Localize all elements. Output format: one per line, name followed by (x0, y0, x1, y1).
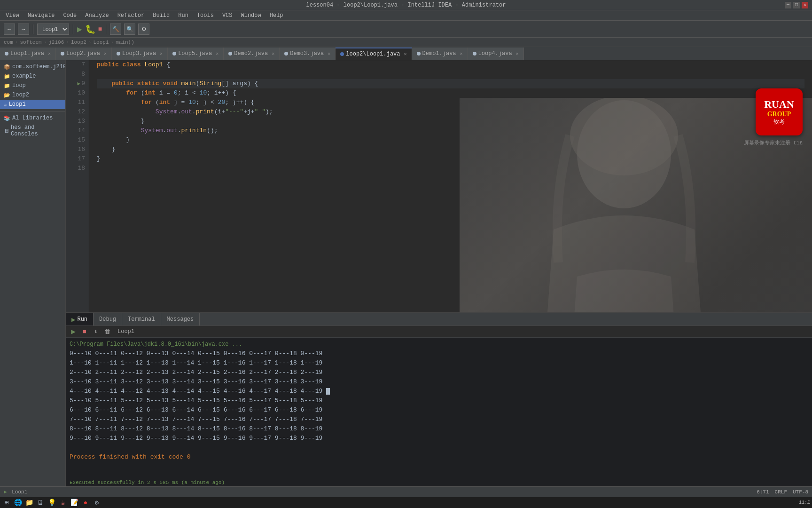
menu-item-run[interactable]: Run (174, 11, 192, 20)
run-output-line-7: 7---10 7---11 7---12 7---13 7---14 7---1… (70, 415, 808, 424)
editor-tabs: Loop1.java ✕ Loop2.java ✕ Loop3.java ✕ L… (0, 47, 812, 60)
taskbar-start[interactable]: ⊞ (2, 498, 11, 508)
menu-item-navigate[interactable]: Navigate (24, 11, 59, 20)
folder-icon-loop2: 📂 (4, 92, 10, 98)
toolbar-sep-3 (106, 24, 106, 34)
taskbar-chrome[interactable]: 🌐 (13, 498, 23, 508)
tab-close-loop1[interactable]: ✕ (48, 51, 51, 56)
menu-item-tools[interactable]: Tools (193, 11, 218, 20)
run-tab-run[interactable]: ▶ Run (66, 313, 94, 325)
tab-dot-demo3 (284, 52, 288, 56)
taskbar-files[interactable]: 📁 (24, 498, 34, 508)
menu-item-build[interactable]: Build (149, 11, 173, 20)
settings-button[interactable]: ⚙ (138, 24, 149, 35)
taskbar-app6[interactable]: 📝 (70, 498, 79, 508)
menu-item-code[interactable]: Code (59, 11, 80, 20)
sidebar-item-label-example: example (12, 73, 36, 79)
run-output-line-6: 6---10 6---11 6---12 6---13 6---14 6---1… (70, 405, 808, 415)
tab-loop5-java[interactable]: Loop5.java ✕ (168, 48, 224, 60)
sidebar-item-label-package: com.softeem.j2106 (12, 64, 66, 70)
tab-demo1-java[interactable]: Demo1.java ✕ (412, 48, 468, 60)
run-tab-terminal[interactable]: Terminal (122, 313, 161, 325)
nav-softeem: softeem (20, 40, 41, 45)
scroll-end-button[interactable]: ⬇ (91, 327, 101, 336)
code-content[interactable]: public class Loop1 { public static void … (89, 60, 812, 312)
menu-item-window[interactable]: Window (237, 11, 265, 20)
code-line-18 (97, 164, 804, 173)
sidebar-item-consoles[interactable]: 🖥 hes and Consoles (0, 123, 65, 139)
run-button[interactable]: ▶ (77, 24, 82, 34)
code-view: 7 8 ▶9 10 11 12 13 14 15 16 17 18 public… (66, 60, 812, 312)
search-button[interactable]: 🔍 (124, 24, 135, 35)
nav-breadcrumb: com › softeem › j2106 › loop2 › Loop1 › … (0, 38, 812, 47)
tab-demo2-java[interactable]: Demo2.java ✕ (224, 48, 280, 60)
tab-label-loop2: Loop2.java (66, 50, 100, 57)
taskbar-app7[interactable]: ● (81, 498, 90, 508)
tab-loop4-java[interactable]: Loop4.java ✕ (468, 48, 524, 60)
line-num-13: 13 (70, 117, 85, 126)
tab-dot-loop3 (117, 52, 120, 56)
sidebar-item-loop[interactable]: 📁 loop (0, 81, 65, 90)
tab-loop3-java[interactable]: Loop3.java ✕ (112, 48, 168, 60)
run-header: C:\Program Files\Java\jdk1.8.0_161\bin\j… (70, 340, 808, 349)
run-again-button[interactable]: ▶ (69, 327, 78, 336)
tab-close-loop4[interactable]: ✕ (516, 51, 519, 56)
nav-loop1-class: Loop1 (94, 40, 109, 45)
code-line-8 (97, 70, 804, 79)
run-status-bar: Executed successfully in 2 s 585 ms (a m… (66, 479, 812, 486)
sidebar-item-example[interactable]: 📁 example (0, 71, 65, 81)
taskbar-intellij[interactable]: 💡 (47, 498, 56, 508)
tab-demo3-java[interactable]: Demo3.java ✕ (280, 48, 336, 60)
run-tab-messages[interactable]: Messages (161, 313, 200, 325)
tab-close-active[interactable]: ✕ (404, 51, 407, 57)
build-button[interactable]: 🔨 (110, 24, 121, 35)
menu-item-help[interactable]: Help (266, 11, 287, 20)
class-icon-loop1: ☕ (4, 102, 7, 108)
menu-item-analyze[interactable]: Analyze (81, 11, 112, 20)
tab-close-demo1[interactable]: ✕ (460, 51, 463, 56)
tab-dot-loop4 (473, 52, 476, 56)
taskbar-terminal[interactable]: 🖥 (36, 498, 45, 508)
toolbar-sep-1 (33, 24, 33, 34)
sidebar-item-label-consoles: hes and Consoles (11, 124, 62, 137)
code-line-15: } (97, 135, 804, 145)
sidebar-item-package[interactable]: 📦 com.softeem.j2106 (0, 62, 65, 71)
tab-close-loop5[interactable]: ✕ (216, 51, 219, 56)
maximize-button[interactable]: □ (793, 2, 800, 8)
sidebar-item-loop2[interactable]: 📂 loop2 (0, 90, 65, 100)
taskbar-app8[interactable]: ⚙ (92, 498, 102, 508)
tab-loop2-loop1-java[interactable]: loop2\Loop1.java ✕ (336, 48, 412, 60)
minimize-button[interactable]: ─ (785, 2, 791, 8)
debug-button[interactable]: 🐛 (85, 24, 95, 34)
sidebar-item-loop1-class[interactable]: ☕ Loop1 (0, 100, 65, 109)
menu-item-refactor[interactable]: Refactor (114, 11, 148, 20)
window-controls[interactable]: ─ □ ✕ (785, 2, 808, 8)
back-button[interactable]: ← (4, 24, 15, 35)
run-toolbar: ▶ ■ ⬇ 🗑 Loop1 (66, 326, 812, 338)
tab-close-loop2[interactable]: ✕ (104, 51, 107, 56)
sidebar-item-libraries[interactable]: 📚 Al Libraries (0, 113, 65, 123)
run-tab-debug[interactable]: Debug (94, 313, 122, 325)
tab-close-demo2[interactable]: ✕ (272, 51, 274, 56)
package-icon: 📦 (4, 64, 10, 70)
run-config-dropdown[interactable]: Loop1 (37, 24, 69, 35)
menu-item-vcs[interactable]: VCS (219, 11, 236, 20)
tab-close-loop3[interactable]: ✕ (160, 51, 163, 56)
stop-run-button[interactable]: ■ (80, 327, 89, 336)
menu-item-view[interactable]: View (2, 11, 23, 20)
tab-label-demo1: Demo1.java (422, 50, 456, 57)
tab-label-demo3: Demo3.java (290, 50, 324, 57)
taskbar-java[interactable]: ☕ (58, 498, 68, 508)
run-process-finished: Process finished with exit code 0 (70, 452, 808, 462)
run-output-line-4: 4---10 4---11 4---12 4---13 4---14 4---1… (70, 387, 808, 396)
tab-close-demo3[interactable]: ✕ (328, 51, 330, 56)
close-button[interactable]: ✕ (802, 2, 808, 8)
line-num-9: ▶9 (70, 79, 85, 88)
tab-loop1-java[interactable]: Loop1.java ✕ (0, 48, 56, 60)
stop-button[interactable]: ■ (98, 25, 102, 33)
taskbar[interactable]: ⊞ 🌐 📁 🖥 💡 ☕ 📝 ● ⚙ 11:£ (0, 497, 812, 508)
clear-run-button[interactable]: 🗑 (102, 327, 112, 336)
forward-button[interactable]: → (18, 24, 29, 35)
line-num-8: 8 (70, 70, 85, 79)
tab-loop2-java[interactable]: Loop2.java ✕ (56, 48, 112, 60)
